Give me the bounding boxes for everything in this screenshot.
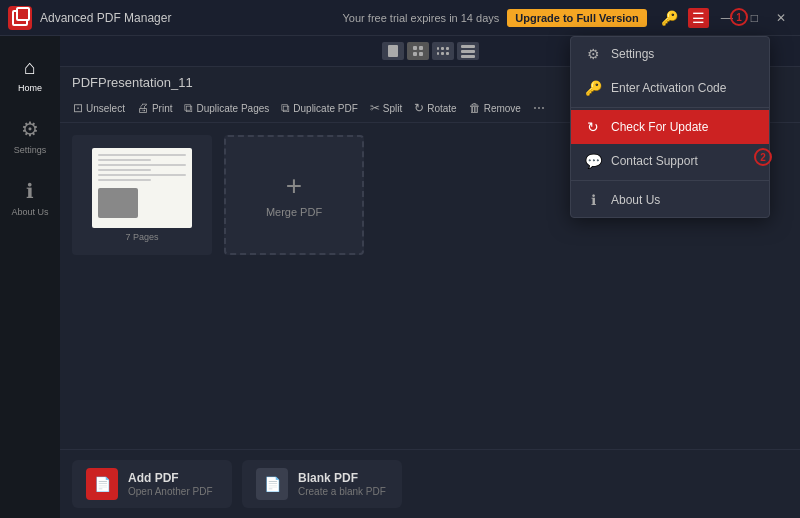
sidebar-item-settings[interactable]: ⚙ Settings <box>3 107 57 165</box>
print-label: Print <box>152 103 173 114</box>
close-button[interactable]: ✕ <box>770 9 792 27</box>
activation-menu-icon: 🔑 <box>585 80 601 96</box>
remove-icon: 🗑 <box>469 101 481 115</box>
unselect-button[interactable]: ⊡ Unselect <box>68 98 130 118</box>
duplicate-pdf-icon: ⧉ <box>281 101 290 115</box>
view-grid3-btn[interactable] <box>432 42 454 60</box>
duplicate-pages-button[interactable]: ⧉ Duplicate Pages <box>179 98 274 118</box>
split-label: Split <box>383 103 402 114</box>
home-icon: ⌂ <box>24 56 36 79</box>
app-title: Advanced PDF Manager <box>40 11 343 25</box>
menu-item-update[interactable]: ↻ Check For Update <box>571 110 769 144</box>
rotate-icon: ↻ <box>414 101 424 115</box>
pdf-line-1 <box>98 154 186 156</box>
activation-menu-label: Enter Activation Code <box>611 81 726 95</box>
pdf-line-3 <box>98 164 186 166</box>
support-menu-label: Contact Support <box>611 154 698 168</box>
sidebar: ⌂ Home ⚙ Settings ℹ About Us <box>0 36 60 518</box>
pdf-preview <box>92 148 192 228</box>
key-icon[interactable]: 🔑 <box>657 8 682 28</box>
about-icon: ℹ <box>26 179 34 203</box>
blank-pdf-text: Blank PDF Create a blank PDF <box>298 471 386 497</box>
about-menu-icon: ℹ <box>585 192 601 208</box>
rotate-button[interactable]: ↻ Rotate <box>409 98 461 118</box>
settings-icon: ⚙ <box>21 117 39 141</box>
update-menu-icon: ↻ <box>585 119 601 135</box>
titlebar: Advanced PDF Manager Your free trial exp… <box>0 0 800 36</box>
settings-menu-icon: ⚙ <box>585 46 601 62</box>
menu-item-support[interactable]: 💬 Contact Support <box>571 144 769 178</box>
view-single-btn[interactable] <box>382 42 404 60</box>
blank-pdf-title: Blank PDF <box>298 471 386 485</box>
print-button[interactable]: 🖨 Print <box>132 98 178 118</box>
titlebar-icons: 🔑 ☰ — □ ✕ <box>657 8 792 28</box>
menu-item-settings[interactable]: ⚙ Settings <box>571 37 769 71</box>
duplicate-pdf-button[interactable]: ⧉ Duplicate PDF <box>276 98 362 118</box>
duplicate-pdf-label: Duplicate PDF <box>293 103 357 114</box>
menu-divider-2 <box>571 180 769 181</box>
print-icon: 🖨 <box>137 101 149 115</box>
add-pdf-text: Add PDF Open Another PDF <box>128 471 213 497</box>
dropdown-menu: ⚙ Settings 🔑 Enter Activation Code ↻ Che… <box>570 36 770 218</box>
add-pdf-button[interactable]: 📄 Add PDF Open Another PDF <box>72 460 232 508</box>
blank-pdf-subtitle: Create a blank PDF <box>298 486 386 497</box>
sidebar-item-about[interactable]: ℹ About Us <box>3 169 57 227</box>
merge-plus-icon: + <box>286 172 302 200</box>
more-icon: ⋯ <box>533 101 545 115</box>
view-wide-btn[interactable] <box>457 42 479 60</box>
unselect-icon: ⊡ <box>73 101 83 115</box>
split-icon: ✂ <box>370 101 380 115</box>
more-button[interactable]: ⋯ <box>528 98 550 118</box>
add-pdf-icon: 📄 <box>86 468 118 500</box>
annotation-circle-2: 2 <box>754 148 772 166</box>
menu-divider-1 <box>571 107 769 108</box>
merge-pdf-button[interactable]: + Merge PDF <box>224 135 364 255</box>
split-button[interactable]: ✂ Split <box>365 98 407 118</box>
pdf-line-2 <box>98 159 151 161</box>
sidebar-settings-label: Settings <box>14 145 47 155</box>
upgrade-button[interactable]: Upgrade to Full Version <box>507 9 646 27</box>
pdf-line-5 <box>98 174 186 176</box>
duplicate-pages-label: Duplicate Pages <box>196 103 269 114</box>
add-pdf-subtitle: Open Another PDF <box>128 486 213 497</box>
pdf-pages-count: 7 Pages <box>125 232 158 242</box>
duplicate-pages-icon: ⧉ <box>184 101 193 115</box>
trial-notice: Your free trial expires in 14 days <box>343 12 500 24</box>
support-menu-icon: 💬 <box>585 153 601 169</box>
menu-item-activation[interactable]: 🔑 Enter Activation Code <box>571 71 769 105</box>
pdf-line-4 <box>98 169 151 171</box>
view-grid2-btn[interactable] <box>407 42 429 60</box>
remove-button[interactable]: 🗑 Remove <box>464 98 526 118</box>
sidebar-home-label: Home <box>18 83 42 93</box>
bottom-buttons: 📄 Add PDF Open Another PDF 📄 Blank PDF C… <box>60 449 800 518</box>
add-pdf-title: Add PDF <box>128 471 213 485</box>
unselect-label: Unselect <box>86 103 125 114</box>
app-icon <box>8 6 32 30</box>
sidebar-item-home[interactable]: ⌂ Home <box>3 46 57 103</box>
sidebar-about-label: About Us <box>11 207 48 217</box>
about-menu-label: About Us <box>611 193 660 207</box>
blank-pdf-icon: 📄 <box>256 468 288 500</box>
annotation-circle-1: 1 <box>730 8 748 26</box>
menu-icon[interactable]: ☰ <box>688 8 709 28</box>
update-menu-label: Check For Update <box>611 120 708 134</box>
menu-item-about[interactable]: ℹ About Us <box>571 183 769 217</box>
settings-menu-label: Settings <box>611 47 654 61</box>
merge-label: Merge PDF <box>266 206 322 218</box>
pdf-line-6 <box>98 179 151 181</box>
pdf-thumbnail[interactable]: 7 Pages <box>72 135 212 255</box>
rotate-label: Rotate <box>427 103 456 114</box>
blank-pdf-button[interactable]: 📄 Blank PDF Create a blank PDF <box>242 460 402 508</box>
remove-label: Remove <box>484 103 521 114</box>
